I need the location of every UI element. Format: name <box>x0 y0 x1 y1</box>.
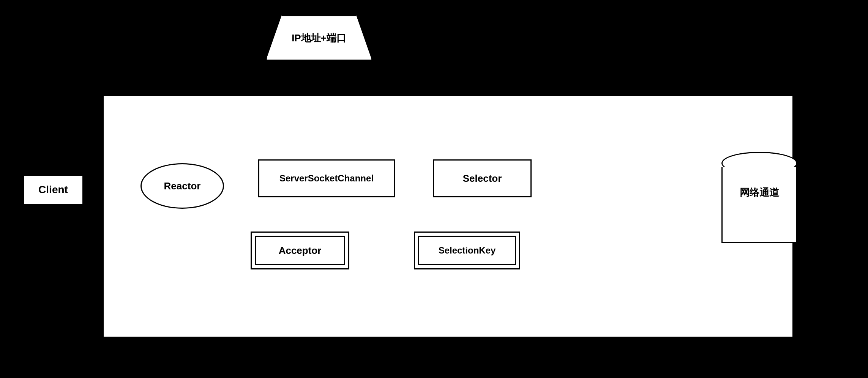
diagram-area: 事件绑定 IP地址+端口 Client Reactor ServerSocket… <box>0 0 868 378</box>
client-label: Client <box>38 184 68 196</box>
cylinder-body <box>721 167 797 243</box>
network-channel-cylinder <box>721 152 797 250</box>
network-channel-text: 网络通道 <box>740 187 779 198</box>
main-container-box <box>103 95 794 338</box>
reactor-label: Reactor <box>164 180 201 192</box>
ip-address-shape <box>266 15 372 61</box>
selector-label: Selector <box>463 173 502 184</box>
acceptor-label: Acceptor <box>279 245 322 257</box>
selector-box: Selector <box>433 159 532 197</box>
acceptor-box: Acceptor <box>251 232 349 269</box>
reactor-ellipse: Reactor <box>140 163 224 209</box>
network-channel-label: 网络通道 <box>721 186 797 199</box>
server-socket-channel-box: ServerSocketChannel <box>258 159 395 197</box>
selection-key-box: SelectionKey <box>414 232 520 269</box>
selection-key-label: SelectionKey <box>439 245 496 256</box>
client-box: Client <box>23 175 84 205</box>
server-socket-channel-label: ServerSocketChannel <box>279 173 374 184</box>
